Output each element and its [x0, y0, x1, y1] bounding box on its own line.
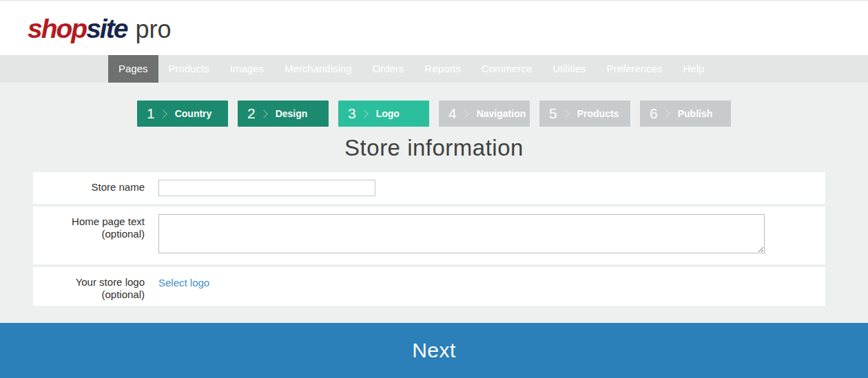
- nav-item-commerce[interactable]: Commerce: [471, 55, 542, 83]
- chevron-right-icon: [360, 109, 369, 118]
- chevron-right-icon: [561, 109, 570, 118]
- step-label: Products: [577, 108, 619, 119]
- chevron-right-icon: [158, 109, 167, 118]
- logo-pro-text: pro: [135, 15, 171, 43]
- store-name-row: Store name: [33, 172, 825, 204]
- shopsite-logo[interactable]: shopsitepro: [28, 15, 171, 42]
- main-navbar: Pages Products Images Merchandising Orde…: [0, 55, 868, 83]
- step-label: Country: [175, 108, 212, 119]
- nav-item-merchandising[interactable]: Merchandising: [274, 55, 362, 83]
- step-number: 5: [549, 105, 557, 122]
- nav-item-orders[interactable]: Orders: [362, 55, 415, 83]
- wizard-step-publish[interactable]: 6 Publish: [640, 101, 731, 127]
- wizard-step-products[interactable]: 5 Products: [539, 101, 630, 127]
- home-page-text-label: Home page text (optional): [33, 207, 145, 264]
- logo-shop-text: shop: [28, 14, 86, 43]
- step-label: Design: [276, 108, 308, 119]
- step-number: 4: [448, 105, 457, 122]
- step-label: Navigation: [477, 108, 526, 119]
- nav-item-products[interactable]: Products: [158, 55, 220, 83]
- step-label: Publish: [678, 108, 713, 119]
- nav-item-help[interactable]: Help: [672, 55, 714, 83]
- nav-item-pages[interactable]: Pages: [108, 55, 158, 83]
- home-page-text-textarea[interactable]: [158, 214, 765, 253]
- store-name-label: Store name: [33, 172, 145, 204]
- chevron-right-icon: [259, 109, 268, 118]
- app-header: shopsitepro: [0, 0, 868, 55]
- wizard-step-logo[interactable]: 3 Logo: [338, 101, 429, 127]
- nav-item-reports[interactable]: Reports: [414, 55, 471, 83]
- optional-note: (optional): [33, 228, 145, 240]
- step-number: 1: [147, 105, 155, 122]
- step-label: Logo: [376, 108, 400, 119]
- step-number: 3: [348, 105, 356, 122]
- chevron-right-icon: [661, 109, 670, 118]
- wizard-step-country[interactable]: 1 Country: [137, 101, 228, 127]
- chevron-right-icon: [460, 109, 469, 118]
- nav-item-preferences[interactable]: Preferences: [597, 55, 673, 83]
- step-number: 2: [247, 105, 256, 122]
- wizard-step-navigation[interactable]: 4 Navigation: [439, 101, 530, 127]
- optional-note: (optional): [33, 288, 145, 301]
- nav-item-utilities[interactable]: Utilities: [542, 55, 596, 83]
- step-number: 6: [650, 105, 658, 122]
- wizard-steps: 1 Country 2 Design 3 Logo 4 Navigation 5…: [0, 83, 868, 127]
- store-logo-label: Your store logo (optional): [33, 267, 145, 306]
- store-logo-row: Your store logo (optional) Select logo: [33, 267, 825, 306]
- wizard-step-design[interactable]: 2 Design: [238, 101, 329, 127]
- home-page-text-row: Home page text (optional): [33, 207, 825, 264]
- logo-site-text: site: [86, 14, 127, 43]
- nav-item-images[interactable]: Images: [220, 55, 274, 83]
- page-title: Store information: [0, 135, 868, 161]
- select-logo-link[interactable]: Select logo: [158, 275, 209, 288]
- store-information-form: Store name Home page text (optional) You…: [33, 172, 825, 308]
- store-name-input[interactable]: [158, 180, 375, 196]
- next-button[interactable]: Next: [0, 323, 868, 378]
